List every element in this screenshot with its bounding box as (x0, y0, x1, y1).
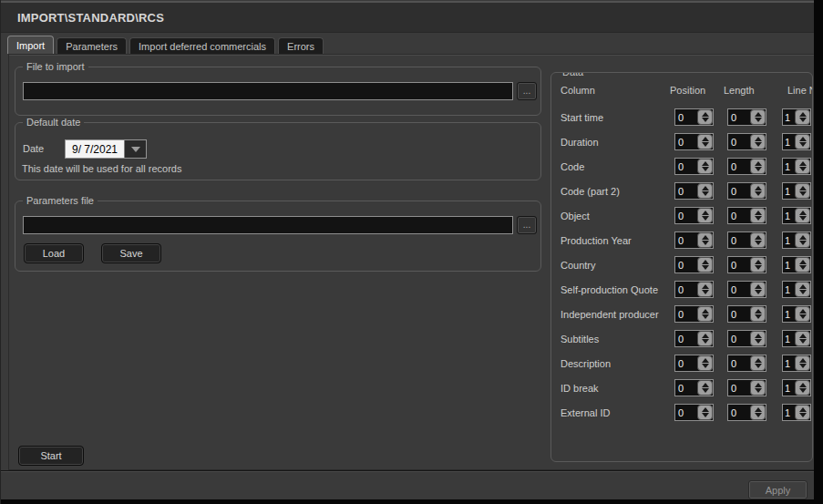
spin-up-down-icon[interactable] (697, 109, 713, 125)
spin-up-down-icon[interactable] (795, 159, 810, 174)
position-spinner[interactable]: 0 (674, 355, 714, 372)
spin-up-down-icon[interactable] (697, 208, 713, 223)
length-spinner[interactable]: 0 (727, 379, 766, 396)
length-value[interactable]: 0 (728, 232, 750, 248)
spin-up-down-icon[interactable] (750, 306, 766, 322)
position-spinner[interactable]: 0 (674, 256, 714, 273)
length-value[interactable]: 0 (728, 183, 750, 199)
spin-up-down-icon[interactable] (697, 331, 713, 346)
length-spinner[interactable]: 0 (727, 330, 766, 347)
tab-errors[interactable]: Errors (278, 37, 324, 54)
spin-up-down-icon[interactable] (697, 306, 713, 322)
length-spinner[interactable]: 0 (727, 305, 766, 323)
spin-up-down-icon[interactable] (795, 331, 810, 346)
line-number-spinner[interactable]: 1 (782, 379, 811, 396)
line-number-spinner[interactable]: 1 (782, 404, 811, 421)
length-value[interactable]: 0 (728, 134, 750, 149)
position-value[interactable]: 0 (675, 380, 697, 396)
spin-up-down-icon[interactable] (750, 183, 766, 199)
line-number-value[interactable]: 1 (783, 134, 795, 149)
line-number-value[interactable]: 1 (783, 257, 795, 273)
line-number-value[interactable]: 1 (783, 183, 795, 199)
position-value[interactable]: 0 (675, 306, 697, 322)
length-spinner[interactable]: 0 (727, 158, 766, 175)
position-value[interactable]: 0 (675, 257, 697, 273)
spin-up-down-icon[interactable] (750, 282, 766, 297)
spin-up-down-icon[interactable] (795, 257, 810, 273)
spin-up-down-icon[interactable] (750, 331, 766, 346)
spin-up-down-icon[interactable] (750, 232, 766, 248)
tab-parameters[interactable]: Parameters (57, 37, 127, 54)
spin-up-down-icon[interactable] (750, 109, 766, 125)
length-spinner[interactable]: 0 (727, 108, 766, 126)
length-spinner[interactable]: 0 (727, 182, 766, 200)
line-number-spinner[interactable]: 1 (782, 281, 811, 298)
spin-up-down-icon[interactable] (750, 380, 766, 396)
position-spinner[interactable]: 0 (674, 305, 714, 323)
spin-up-down-icon[interactable] (750, 208, 766, 223)
spin-up-down-icon[interactable] (795, 282, 810, 297)
length-value[interactable]: 0 (728, 208, 750, 223)
length-value[interactable]: 0 (728, 109, 750, 125)
length-value[interactable]: 0 (728, 257, 750, 273)
position-spinner[interactable]: 0 (674, 231, 714, 249)
spin-up-down-icon[interactable] (795, 232, 810, 248)
length-spinner[interactable]: 0 (727, 133, 766, 150)
spin-up-down-icon[interactable] (750, 405, 766, 420)
date-value[interactable]: 9/ 7/2021 (66, 140, 124, 158)
position-value[interactable]: 0 (675, 183, 697, 199)
spin-up-down-icon[interactable] (697, 257, 713, 273)
file-to-import-input[interactable] (23, 82, 513, 100)
position-value[interactable]: 0 (675, 331, 697, 346)
length-spinner[interactable]: 0 (727, 256, 766, 273)
apply-button[interactable]: Apply (748, 480, 808, 499)
parameters-file-input[interactable] (23, 216, 513, 234)
line-number-value[interactable]: 1 (783, 380, 795, 396)
position-value[interactable]: 0 (675, 232, 697, 248)
date-dropdown-button[interactable] (124, 140, 146, 158)
parameters-browse-button[interactable]: ... (517, 216, 537, 234)
position-value[interactable]: 0 (675, 109, 697, 125)
load-button[interactable]: Load (24, 243, 84, 263)
line-number-value[interactable]: 1 (783, 159, 795, 174)
save-button[interactable]: Save (101, 243, 161, 263)
spin-up-down-icon[interactable] (795, 134, 810, 149)
start-button[interactable]: Start (18, 446, 84, 466)
line-number-value[interactable]: 1 (783, 282, 795, 297)
line-number-value[interactable]: 1 (783, 405, 795, 420)
spin-up-down-icon[interactable] (795, 355, 810, 371)
length-value[interactable]: 0 (728, 306, 750, 322)
position-spinner[interactable]: 0 (674, 108, 714, 126)
position-spinner[interactable]: 0 (674, 182, 714, 200)
spin-up-down-icon[interactable] (750, 134, 766, 149)
spin-up-down-icon[interactable] (750, 257, 766, 273)
position-value[interactable]: 0 (675, 405, 697, 420)
position-spinner[interactable]: 0 (674, 404, 714, 421)
length-value[interactable]: 0 (728, 282, 750, 297)
line-number-spinner[interactable]: 1 (782, 182, 811, 200)
position-spinner[interactable]: 0 (674, 158, 714, 175)
spin-up-down-icon[interactable] (795, 405, 810, 420)
length-value[interactable]: 0 (728, 380, 750, 396)
spin-up-down-icon[interactable] (795, 306, 810, 322)
length-spinner[interactable]: 0 (727, 207, 766, 224)
tab-import-deferred-commercials[interactable]: Import deferred commercials (129, 37, 275, 54)
position-spinner[interactable]: 0 (674, 379, 714, 396)
line-number-spinner[interactable]: 1 (782, 207, 811, 224)
file-browse-button[interactable]: ... (517, 82, 537, 100)
line-number-spinner[interactable]: 1 (782, 108, 811, 126)
spin-up-down-icon[interactable] (750, 355, 766, 371)
date-picker[interactable]: 9/ 7/2021 (65, 139, 147, 159)
line-number-spinner[interactable]: 1 (782, 158, 811, 175)
length-value[interactable]: 0 (728, 355, 750, 371)
spin-up-down-icon[interactable] (697, 159, 713, 174)
line-number-value[interactable]: 1 (783, 208, 795, 223)
position-value[interactable]: 0 (675, 134, 697, 149)
spin-up-down-icon[interactable] (697, 380, 713, 396)
line-number-value[interactable]: 1 (783, 232, 795, 248)
length-spinner[interactable]: 0 (727, 281, 766, 298)
spin-up-down-icon[interactable] (697, 282, 713, 297)
tab-import[interactable]: Import (7, 36, 54, 54)
length-value[interactable]: 0 (728, 405, 750, 420)
position-value[interactable]: 0 (675, 208, 697, 223)
